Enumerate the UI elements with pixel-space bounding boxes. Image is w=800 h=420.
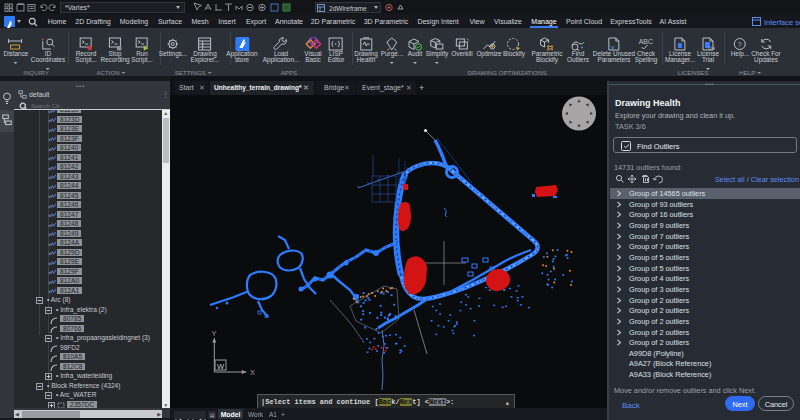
- svg-text:X: X: [250, 368, 255, 377]
- svg-text:?: ?: [738, 41, 742, 48]
- svg-text:W: W: [217, 362, 225, 371]
- svg-text:ABC: ABC: [639, 38, 653, 45]
- svg-text:Y: Y: [212, 329, 217, 338]
